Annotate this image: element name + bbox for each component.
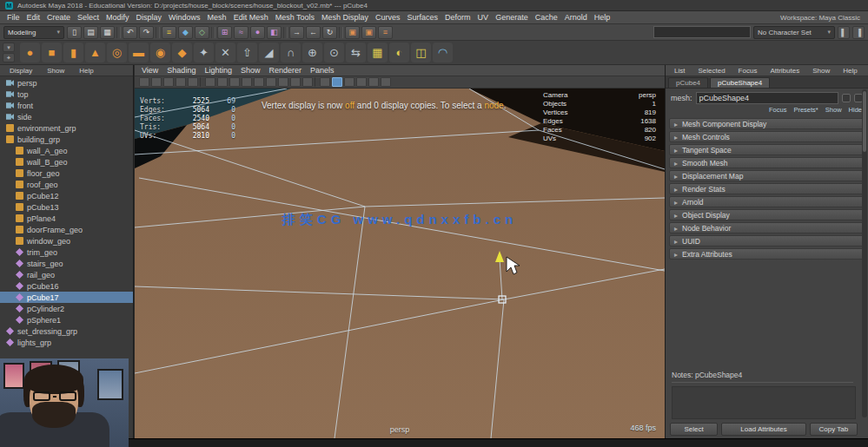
outliner-item[interactable]: set_dressing_grp [0,325,133,337]
outliner-item[interactable]: pCube12 [0,190,133,201]
outliner-item[interactable]: pCylinder2 [0,303,133,314]
attribute-editor-button[interactable]: Copy Tab [810,423,858,436]
outliner-item[interactable]: roof_geo [0,179,133,190]
outliner-item[interactable]: environment_grp [0,122,133,134]
attribute-editor-link[interactable]: Focus [769,106,786,114]
menu-item[interactable]: Mesh Tools [272,13,318,22]
viewport-toolbar-icon[interactable] [332,77,342,87]
outliner-item[interactable]: persp [0,77,133,89]
viewport-toolbar-icon[interactable] [217,77,228,87]
attribute-section-header[interactable]: Node Behavior [669,222,865,233]
shelf-tabs-menu-icon[interactable]: ▾ [3,43,15,52]
menu-item[interactable]: UV [474,13,493,22]
workspace-selector[interactable]: Workspace: Maya Classic [780,14,865,22]
outliner-item[interactable]: pSphere1 [0,314,133,325]
outliner-item[interactable]: rail_geo [0,269,133,280]
outliner-item[interactable]: building_grp [0,134,133,145]
attribute-section-header[interactable]: Render Stats [669,183,865,194]
shelf-icon[interactable]: ■ [42,43,62,62]
status-icon[interactable]: ≈ [234,26,248,39]
status-icon[interactable]: ▣ [345,26,360,39]
status-icon[interactable] [116,27,121,38]
outliner-item[interactable]: trim_geo [0,247,133,258]
status-icon[interactable] [156,27,160,38]
pin-icon[interactable] [842,94,851,102]
status-icon[interactable]: ● [250,26,265,39]
menu-item[interactable]: Display [133,13,166,22]
menu-item[interactable]: Edit [23,13,44,22]
attribute-section-header[interactable]: Extra Attributes [669,248,865,260]
viewport-menu-item[interactable]: Shading [162,66,200,75]
viewport-toolbar-icon[interactable] [200,77,203,87]
viewport-canvas[interactable]: Verts: 2525 69 Edges: 5064 0 Faces: 2540… [135,89,665,438]
outliner-menu-item[interactable]: Help [76,67,96,75]
outliner-item[interactable]: wall_A_geo [0,145,133,156]
viewport-toolbar-icon[interactable] [242,77,252,87]
status-icon[interactable]: ← [306,26,321,39]
menu-item[interactable]: Mesh Display [318,13,372,22]
status-icon[interactable]: ↷ [139,26,154,39]
viewport-toolbar-icon[interactable] [163,77,174,87]
attribute-section-header[interactable]: Tangent Space [669,144,865,155]
attribute-section-header[interactable]: Arnold [669,196,865,207]
attribute-editor-menu-item[interactable]: Attributes [766,67,803,75]
viewport-toolbar-icon[interactable] [290,77,301,87]
attribute-editor-link[interactable]: Show [825,106,842,114]
shelf-icon[interactable]: ◆ [172,43,192,62]
outliner-item[interactable]: pCube13 [0,201,133,213]
viewport-toolbar-icon[interactable] [254,77,264,87]
status-icon[interactable]: ▤ [83,26,98,39]
character-set-dropdown[interactable]: No Character Set ▾ [753,26,835,39]
status-icon[interactable]: ≡ [378,26,393,39]
scrollbar-track[interactable] [862,89,867,417]
viewport-toolbar-icon[interactable] [266,77,276,87]
status-icon[interactable]: ≡ [162,26,176,39]
viewport-toolbar-icon[interactable] [176,77,186,87]
shelf-icon[interactable]: ◉ [150,43,170,62]
attribute-editor-button[interactable]: Select [670,423,718,436]
attribute-section-header[interactable]: Displacement Map [669,170,865,181]
attribute-editor-link[interactable]: Presets* [793,106,818,114]
status-icon[interactable]: ↶ [123,26,137,39]
menu-item[interactable]: Mesh [204,13,230,22]
outliner-item[interactable]: wall_B_geo [0,156,133,168]
shelf-icon[interactable]: ▦ [368,43,388,62]
shelf-icon[interactable]: ✕ [215,43,235,62]
viewport-toolbar-icon[interactable] [229,77,240,87]
outliner-item[interactable]: floor_geo [0,168,133,179]
menu-item[interactable]: Modify [103,13,133,22]
attribute-section-header[interactable]: Mesh Component Display [669,118,865,129]
status-icon[interactable] [339,27,343,38]
status-icon[interactable]: ▦ [100,26,115,39]
menu-item[interactable]: Deform [441,13,474,22]
outliner-item[interactable]: doorFrame_geo [0,224,133,235]
shelf-icon[interactable]: ✦ [194,43,214,62]
node-tab[interactable]: pCube4 [668,77,708,88]
shelf-icon[interactable]: ▲ [85,43,105,62]
shelf-icon[interactable]: ◎ [107,43,127,62]
attribute-section-header[interactable]: Mesh Controls [669,131,865,142]
viewport-toolbar-icon[interactable] [315,77,318,87]
menu-set-dropdown[interactable]: Modeling ▾ [3,26,64,39]
menu-item[interactable]: File [3,13,23,22]
viewport-toolbar-icon[interactable] [139,77,149,87]
outliner-item[interactable]: window_geo [0,235,133,247]
shelf-icon[interactable]: ◐ [389,43,409,62]
attribute-editor-menu-item[interactable]: Help [839,67,860,75]
outliner-item[interactable]: top [0,89,133,100]
shelf-icon[interactable]: ◠ [433,43,453,62]
outliner-item[interactable]: pCube17 [0,292,133,303]
status-icon[interactable]: ◧ [267,26,282,39]
attribute-section-header[interactable]: Object Display [669,209,865,220]
menu-item[interactable]: Generate [492,13,532,22]
shelf-icon[interactable]: ∩ [281,43,301,62]
viewport-toolbar-icon[interactable] [356,77,367,87]
quick-selection-input[interactable] [653,26,751,38]
menu-item[interactable]: Select [74,13,103,22]
outliner-item[interactable]: front [0,100,133,111]
attribute-editor-link[interactable]: Hide [849,106,862,114]
menu-item[interactable]: Surfaces [404,13,442,22]
shelf-icon[interactable]: ◫ [411,43,431,62]
outliner-item[interactable]: pPlane4 [0,213,133,224]
attribute-editor-menu-item[interactable]: List [671,67,688,75]
